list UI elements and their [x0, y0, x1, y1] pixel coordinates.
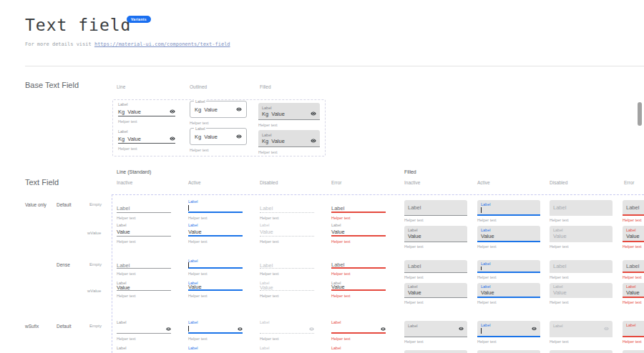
text-cursor: [188, 205, 189, 211]
input-area[interactable]: [188, 204, 243, 213]
input-area: LabelValue: [550, 226, 613, 242]
input-area[interactable]: Label: [477, 321, 540, 337]
input-area[interactable]: Value: [117, 284, 171, 291]
tf-line-dense-active-empty: Label Helper text: [188, 259, 243, 276]
value-text: Value: [626, 233, 644, 239]
tf-filled-dense-active-empty: Label Helper text: [477, 260, 540, 279]
tf-line-suffix-inactive-empty: Label Helper text: [117, 320, 171, 341]
input-area[interactable]: Label KgValue: [258, 103, 320, 120]
input-area[interactable]: LabelValue: [623, 226, 644, 242]
helper-text: Helper text: [477, 275, 540, 279]
input-area[interactable]: Label: [404, 321, 467, 337]
value-text: Value: [331, 229, 345, 235]
textfield-spec-page: Text field Variants For more details vis…: [0, 0, 644, 353]
floating-label: Label: [331, 223, 386, 228]
state-col-active: Active: [188, 180, 201, 185]
input-area[interactable]: Label: [117, 204, 171, 213]
input-area[interactable]: Label: [404, 260, 467, 273]
input-area[interactable]: Value: [331, 284, 386, 291]
visibility-icon: [309, 327, 314, 332]
tf-line-suffix-disabled-empty: Label Helper text: [260, 320, 314, 341]
input-area[interactable]: KgValue: [118, 107, 175, 116]
floating-label: Label: [553, 228, 609, 233]
input-area[interactable]: [188, 325, 243, 334]
placeholder-label: Label: [626, 204, 644, 211]
prefix: Kg: [118, 109, 125, 115]
floating-label: Label: [331, 346, 386, 351]
helper-text: Helper text: [331, 272, 386, 276]
input-area[interactable]: Value: [188, 228, 243, 237]
input-area[interactable]: Label: [117, 262, 171, 269]
subtitle-text: For more details visit: [25, 41, 94, 47]
tf-filled-dense-disabled-value: LabelValue Helper text: [550, 283, 613, 304]
rowgroup-wsufix: wSufix: [25, 324, 39, 329]
input-area[interactable]: Label: [404, 200, 467, 216]
page-title: Text field: [25, 16, 131, 34]
row-wvalue: wValue: [87, 231, 101, 235]
input-area[interactable]: Label: [477, 200, 540, 216]
input-area[interactable]: Label: [331, 262, 386, 269]
text-cursor: [188, 262, 189, 268]
tf-line-error-value: Label Value Helper text: [331, 223, 386, 244]
scrollbar-thumb[interactable]: [638, 102, 642, 126]
input-area[interactable]: LabelKgValue: [190, 101, 247, 118]
visibility-icon[interactable]: [381, 327, 386, 332]
tf-filled-suffix-active-value: [477, 350, 540, 353]
input-area[interactable]: [188, 262, 243, 269]
input-area[interactable]: LabelValue: [477, 226, 540, 242]
floating-label: Label: [626, 284, 644, 289]
state-col-disabled: Disabled: [260, 180, 278, 185]
input-area[interactable]: [117, 325, 171, 334]
helper-text: Helper text: [404, 244, 467, 249]
floating-label: Label: [626, 228, 644, 233]
visibility-icon[interactable]: [238, 327, 243, 332]
input-area[interactable]: Label: [623, 200, 644, 216]
input-area[interactable]: LabelValue: [404, 283, 467, 298]
input-area[interactable]: [477, 350, 540, 353]
floating-label: Label: [481, 202, 537, 207]
helper-text: Helper text: [188, 337, 243, 341]
input-area[interactable]: LabelKgValue: [190, 128, 247, 145]
text-cursor: [188, 326, 189, 332]
base-col-outlined: Outlined: [190, 84, 207, 89]
visibility-icon[interactable]: [236, 134, 242, 139]
input-area[interactable]: Label: [477, 260, 540, 273]
input-area[interactable]: Label KgValue: [258, 130, 320, 147]
placeholder-label: Label: [553, 204, 609, 211]
input-area[interactable]: LabelValue: [623, 283, 644, 298]
floating-label: Label: [188, 223, 243, 228]
table-frame: [112, 194, 644, 195]
subtitle: For more details visit https://material-…: [25, 41, 230, 47]
input-area[interactable]: [331, 325, 386, 334]
input-area[interactable]: Value: [117, 228, 171, 237]
input-area[interactable]: [404, 350, 467, 353]
helper-text: Helper text: [331, 239, 386, 244]
helper-text: Helper text: [331, 337, 386, 341]
state-col-inactive: Inactive: [117, 180, 132, 185]
floating-label: Label: [260, 346, 314, 351]
helper-text: Helper text: [404, 300, 467, 304]
input-area[interactable]: KgValue: [118, 134, 175, 144]
input-area[interactable]: Value: [188, 284, 243, 291]
visibility-icon[interactable]: [311, 111, 316, 116]
floating-label: Label: [118, 129, 175, 134]
visibility-icon[interactable]: [166, 327, 171, 332]
visibility-icon[interactable]: [170, 109, 175, 114]
tf-filled-dense-error-empty: Label Helper text: [623, 260, 644, 279]
input-area[interactable]: Value: [331, 228, 386, 237]
visibility-icon[interactable]: [459, 327, 464, 332]
floating-label: Label: [408, 284, 464, 289]
visibility-icon[interactable]: [170, 136, 175, 141]
input-area[interactable]: Label: [331, 204, 386, 213]
input-area[interactable]: LabelValue: [404, 226, 467, 242]
tf-filled-suffix-error-empty: Label Helper text: [623, 321, 644, 344]
docs-link[interactable]: https://material-ui.com/components/text-…: [94, 41, 230, 47]
visibility-icon[interactable]: [532, 326, 537, 331]
visibility-icon[interactable]: [311, 138, 316, 144]
floating-label: Label: [188, 199, 243, 204]
visibility-icon[interactable]: [236, 106, 242, 112]
input-area[interactable]: [623, 350, 644, 353]
input-area[interactable]: Label: [623, 260, 644, 273]
input-area[interactable]: Label: [623, 321, 644, 337]
input-area[interactable]: LabelValue: [477, 283, 540, 298]
